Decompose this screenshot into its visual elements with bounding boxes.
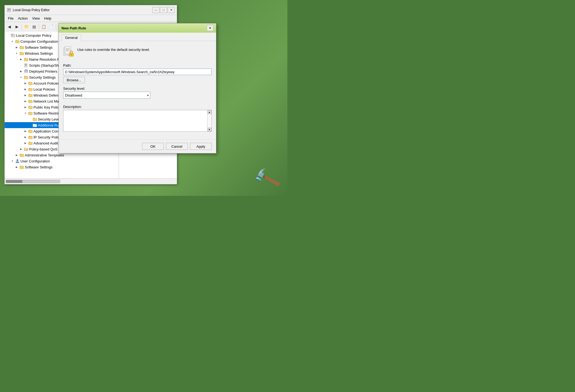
expand-icon[interactable]: ▾	[10, 39, 14, 44]
svg-rect-21	[25, 72, 27, 73]
menu-action[interactable]: Action	[16, 16, 30, 21]
tree-label-account-policies: Account Policies	[33, 81, 59, 85]
folder-icon	[20, 51, 24, 55]
paste-button[interactable]: 📄	[48, 23, 55, 30]
folder-icon	[28, 87, 33, 91]
script-icon	[24, 63, 28, 67]
svg-rect-45	[29, 142, 30, 143]
expand-icon[interactable]: ▶	[23, 141, 27, 145]
svg-text:≡: ≡	[12, 35, 13, 36]
svg-rect-50	[20, 154, 21, 155]
expand-icon[interactable]: ▶	[23, 105, 27, 109]
app-icon	[7, 8, 11, 12]
scrollbar-up-button[interactable]: ▲	[208, 110, 211, 114]
folder-icon	[20, 165, 24, 169]
svg-rect-12	[20, 52, 21, 53]
scrollbar-track	[208, 114, 211, 128]
description-scrollbar[interactable]: ▲ ▼	[207, 110, 211, 131]
svg-rect-35	[29, 112, 30, 113]
folder-icon	[28, 81, 33, 85]
new-path-rule-dialog: New Path Rule ✕ General	[59, 23, 216, 153]
close-window-button[interactable]: ✕	[168, 7, 175, 13]
menu-view[interactable]: View	[30, 16, 42, 21]
expand-icon[interactable]: ▶	[23, 93, 27, 97]
back-button[interactable]: ◀	[6, 23, 13, 30]
maximize-button[interactable]: □	[160, 7, 167, 13]
expand-icon[interactable]: ▶	[19, 69, 23, 73]
path-input[interactable]	[63, 69, 212, 75]
security-level-select[interactable]: Disallowed Unrestricted Basic User	[63, 92, 150, 99]
expand-icon[interactable]	[27, 117, 32, 121]
cancel-button[interactable]: Cancel	[166, 143, 188, 150]
expand-icon[interactable]: ▶	[19, 147, 23, 151]
tree-label-user-configuration: User Configuration	[20, 159, 50, 163]
forward-button[interactable]: ▶	[13, 23, 20, 30]
description-label: Description:	[63, 105, 212, 109]
expand-icon[interactable]: ▶	[23, 135, 27, 139]
browse-button[interactable]: Browse...	[63, 77, 85, 83]
tree-item-user-configuration[interactable]: ▾ User Configuration	[5, 158, 119, 164]
svg-rect-41	[29, 130, 30, 131]
expand-icon[interactable]: ▶	[23, 87, 27, 91]
dialog-tab-general[interactable]: General	[62, 34, 81, 41]
folder-icon	[24, 57, 28, 61]
description-textarea-wrapper: ▲ ▼	[63, 110, 212, 132]
up-button[interactable]: 📁	[23, 23, 30, 30]
svg-rect-14	[24, 58, 26, 59]
tree-item-user-software-settings[interactable]: ▶ Software Settings	[5, 164, 119, 170]
folder-icon	[28, 141, 33, 145]
expand-icon[interactable]: ▶	[14, 153, 19, 157]
tree-label-security-settings: Security Settings	[29, 75, 56, 79]
path-field-row	[63, 69, 212, 75]
description-textarea[interactable]	[63, 110, 207, 131]
tree-label-user-software-settings: Software Settings	[25, 165, 53, 169]
folder-icon	[28, 99, 33, 103]
toolbar-separator-2	[39, 24, 39, 29]
expand-icon[interactable]: ▾	[19, 75, 23, 79]
svg-rect-23	[24, 76, 26, 77]
expand-icon[interactable]: ▶	[23, 129, 27, 133]
folder-icon	[20, 45, 24, 49]
horizontal-scrollbar[interactable]	[6, 180, 60, 183]
expand-icon[interactable]: ▾	[10, 159, 14, 163]
expand-icon[interactable]: ▶	[14, 165, 19, 169]
expand-icon[interactable]	[27, 123, 32, 127]
svg-rect-20	[25, 70, 27, 71]
expand-icon[interactable]	[6, 33, 10, 38]
expand-icon[interactable]: ▶	[23, 81, 27, 85]
tree-label-computer-configuration: Computer Configuration	[20, 39, 58, 44]
dialog-close-button[interactable]: ✕	[207, 25, 213, 31]
tree-label-security-levels: Security Levels	[38, 117, 62, 121]
apply-button[interactable]: Apply	[190, 143, 212, 150]
info-row: Use rules to override the default securi…	[63, 45, 212, 58]
printer-icon	[24, 69, 28, 73]
scrollbar-down-button[interactable]: ▼	[208, 128, 211, 131]
security-level-label: Security level:	[63, 87, 212, 91]
toolbar-separator-3	[56, 24, 56, 29]
svg-point-52	[16, 162, 19, 163]
lock-icon	[63, 45, 74, 58]
qos-icon: 📊	[24, 147, 28, 151]
folder-icon	[15, 39, 20, 43]
copy-button[interactable]: 📋	[40, 23, 47, 30]
expand-icon[interactable]: ▾	[14, 51, 19, 55]
expand-icon[interactable]: ▶	[23, 99, 27, 103]
toolbar-separator-1	[21, 24, 22, 29]
folder-icon	[24, 75, 28, 79]
expand-icon[interactable]: ▾	[23, 111, 27, 115]
minimize-button[interactable]: ─	[152, 7, 159, 13]
dialog-footer: OK Cancel Apply	[59, 139, 216, 153]
tree-label-windows-settings: Windows Settings	[25, 51, 53, 55]
expand-icon[interactable]: ▶	[19, 57, 23, 61]
ok-button[interactable]: OK	[142, 143, 164, 150]
svg-rect-39	[33, 124, 35, 125]
view-button[interactable]: ▤	[30, 23, 38, 30]
expand-icon[interactable]: ▶	[14, 45, 19, 50]
svg-rect-27	[29, 88, 30, 89]
menu-help[interactable]: Help	[42, 16, 54, 21]
svg-rect-3	[8, 10, 10, 11]
dialog-info-text: Use rules to override the default securi…	[77, 45, 150, 52]
expand-icon[interactable]	[19, 63, 23, 67]
tree-label-local-computer-policy: Local Computer Policy	[16, 33, 51, 38]
menu-file[interactable]: File	[6, 16, 16, 21]
